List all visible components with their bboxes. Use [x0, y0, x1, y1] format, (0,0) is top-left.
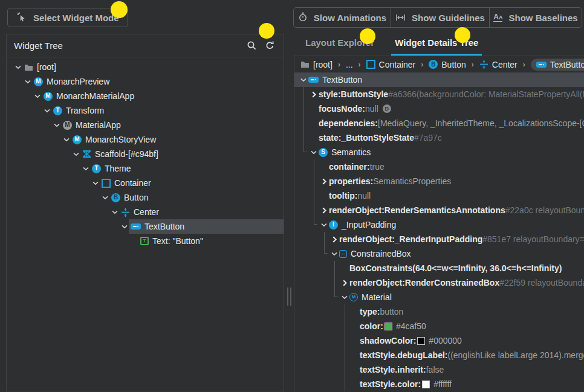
- expander[interactable]: [100, 196, 109, 200]
- details-row[interactable]: properties: SemanticsProperties: [294, 174, 584, 188]
- breadcrumb-item[interactable]: TextButton: [531, 59, 584, 71]
- select-widget-mode-label: Select Widget Mode: [33, 13, 119, 23]
- details-row[interactable]: style: ButtonStyle#a6366(backgroundColor…: [294, 87, 584, 101]
- tab-widget-details-tree[interactable]: Widget Details Tree: [391, 37, 482, 56]
- chevron-down-icon[interactable]: [300, 78, 307, 82]
- container-box-icon: [366, 60, 375, 69]
- slow-animations-button[interactable]: Slow Animations: [294, 8, 391, 27]
- chevron-down-icon[interactable]: [44, 109, 50, 113]
- show-baselines-button[interactable]: AA Show Baselines: [489, 8, 582, 27]
- expander[interactable]: [33, 94, 42, 98]
- expander[interactable]: [52, 123, 61, 127]
- tree-guide: [299, 275, 309, 290]
- expander[interactable]: [13, 65, 22, 69]
- tree-row[interactable]: BButton: [7, 190, 284, 205]
- chevron-down-icon[interactable]: [102, 196, 108, 200]
- expander[interactable]: [299, 78, 308, 82]
- details-row[interactable]: renderObject: RenderConstrainedBox#22f59…: [294, 275, 584, 290]
- chevron-right-icon[interactable]: [322, 178, 326, 185]
- tree-row[interactable]: MMonarchMaterialApp: [7, 89, 284, 103]
- chevron-down-icon[interactable]: [63, 138, 70, 142]
- expander[interactable]: [319, 178, 329, 185]
- chevron-down-icon[interactable]: [83, 167, 89, 171]
- details-row[interactable]: type: button: [294, 304, 584, 319]
- chevron-down-icon[interactable]: [92, 181, 99, 185]
- chevron-down-icon[interactable]: [25, 80, 31, 84]
- expander[interactable]: [329, 236, 339, 243]
- chevron-down-icon[interactable]: [311, 150, 317, 155]
- details-row[interactable]: textStyle.color: #ffffff: [294, 377, 584, 391]
- chevron-down-icon[interactable]: [34, 94, 41, 98]
- details-row[interactable]: dependencies: [MediaQuery, _InheritedThe…: [294, 116, 584, 130]
- chevron-right-icon[interactable]: [322, 207, 326, 214]
- details-row[interactable]: textStyle.debugLabel: ((englishLike labe…: [294, 348, 584, 362]
- details-row[interactable]: color: #4caf50: [294, 319, 584, 333]
- expander[interactable]: [319, 207, 329, 214]
- tree-row[interactable]: Center: [7, 205, 284, 219]
- tree-row[interactable]: MMonarchPreview: [7, 74, 284, 89]
- details-row[interactable]: MMaterial: [294, 290, 584, 304]
- chevron-down-icon[interactable]: [112, 210, 118, 214]
- chevron-right-icon[interactable]: [343, 280, 347, 286]
- flutter-inspector-window: { "toolbar": { "select_widget_mode": "Se…: [0, 0, 584, 392]
- expander[interactable]: [309, 91, 319, 98]
- expander[interactable]: [340, 280, 349, 286]
- expander[interactable]: [340, 295, 349, 300]
- expander[interactable]: [71, 152, 80, 156]
- expander[interactable]: [23, 80, 32, 84]
- expander[interactable]: [91, 181, 100, 185]
- tree-row[interactable]: MMonarchStoryView: [7, 132, 284, 147]
- select-widget-mode-button[interactable]: Select Widget Mode: [7, 8, 128, 27]
- chevron-down-icon[interactable]: [122, 225, 128, 229]
- details-row[interactable]: state: _ButtonStyleState#7a97c: [294, 130, 584, 145]
- chevron-down-icon[interactable]: [54, 123, 60, 127]
- tree-row[interactable]: Container: [7, 176, 284, 190]
- search-icon[interactable]: [245, 39, 258, 53]
- center-align-icon: [121, 208, 130, 217]
- expander[interactable]: [329, 252, 339, 256]
- refresh-icon[interactable]: [263, 39, 276, 53]
- details-row[interactable]: tooltip: null: [294, 188, 584, 203]
- chevron-down-icon[interactable]: [331, 252, 337, 256]
- details-row[interactable]: TextButton: [294, 72, 584, 87]
- tree-row[interactable]: TTheme: [7, 161, 284, 176]
- details-row[interactable]: focusNode: nullD: [294, 101, 584, 116]
- tree-row[interactable]: Scaffold-[#c94bf]: [7, 147, 284, 161]
- breadcrumb-item[interactable]: ...: [346, 60, 353, 69]
- tree-row[interactable]: TText: "Button": [7, 234, 284, 248]
- breadcrumb-item[interactable]: BButton: [429, 60, 466, 69]
- chevron-right-icon[interactable]: [333, 236, 337, 243]
- expander[interactable]: [81, 167, 90, 171]
- panel-splitter[interactable]: [286, 288, 292, 306]
- details-row[interactable]: SSemantics: [294, 145, 584, 159]
- expander[interactable]: [62, 138, 71, 142]
- details-row[interactable]: container: true: [294, 159, 584, 174]
- breadcrumb-item[interactable]: [root]: [300, 60, 333, 69]
- breadcrumb-item[interactable]: Center: [479, 60, 517, 69]
- chevron-down-icon[interactable]: [15, 65, 21, 69]
- tree-row[interactable]: MMaterialApp: [7, 118, 284, 132]
- details-row[interactable]: I_InputPadding: [294, 217, 584, 232]
- tree-guide: [309, 188, 319, 203]
- expander[interactable]: [309, 150, 319, 155]
- chevron-down-icon[interactable]: [342, 295, 348, 300]
- breadcrumb-item[interactable]: Container: [366, 60, 416, 69]
- details-row[interactable]: textStyle.inherit: false: [294, 362, 584, 377]
- tree-row[interactable]: [root]: [7, 60, 284, 74]
- tree-row[interactable]: TTransform: [7, 103, 284, 118]
- expander[interactable]: [42, 109, 51, 113]
- expander[interactable]: [319, 223, 329, 227]
- chevron-right-icon[interactable]: [312, 91, 316, 98]
- show-guidelines-button[interactable]: Show Guidelines: [391, 8, 489, 27]
- chevron-down-icon[interactable]: [321, 223, 327, 227]
- details-row[interactable]: shadowColor: #000000: [294, 333, 584, 348]
- expander[interactable]: [110, 210, 119, 214]
- expander[interactable]: [120, 225, 129, 229]
- tree-row-label: Text: "Button": [152, 236, 203, 246]
- details-row[interactable]: renderObject: RenderSemanticsAnnotations…: [294, 203, 584, 217]
- details-row[interactable]: renderObject: _RenderInputPadding#851e7 …: [294, 232, 584, 246]
- details-row[interactable]: ↔ConstrainedBox: [294, 246, 584, 261]
- details-row[interactable]: BoxConstraints(64.0<=w<=Infinity, 36.0<=…: [294, 261, 584, 275]
- tree-row[interactable]: TextButton: [7, 219, 284, 234]
- chevron-down-icon[interactable]: [73, 152, 79, 156]
